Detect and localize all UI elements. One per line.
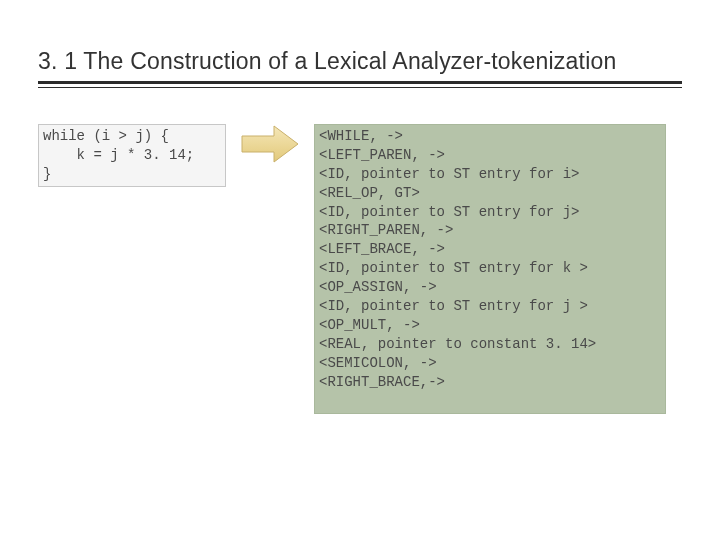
arrow-shape [242,126,298,162]
content-row: while (i > j) { k = j * 3. 14; } <WHILE,… [38,110,682,428]
arrow-container [240,110,300,164]
title-rule [38,81,682,88]
page-title: 3. 1 The Construction of a Lexical Analy… [38,48,682,75]
source-code-box: while (i > j) { k = j * 3. 14; } [38,124,226,187]
slide: 3. 1 The Construction of a Lexical Analy… [0,0,720,540]
arrow-right-icon [240,124,300,164]
token-output-box: <WHILE, -> <LEFT_PAREN, -> <ID, pointer … [314,124,666,414]
